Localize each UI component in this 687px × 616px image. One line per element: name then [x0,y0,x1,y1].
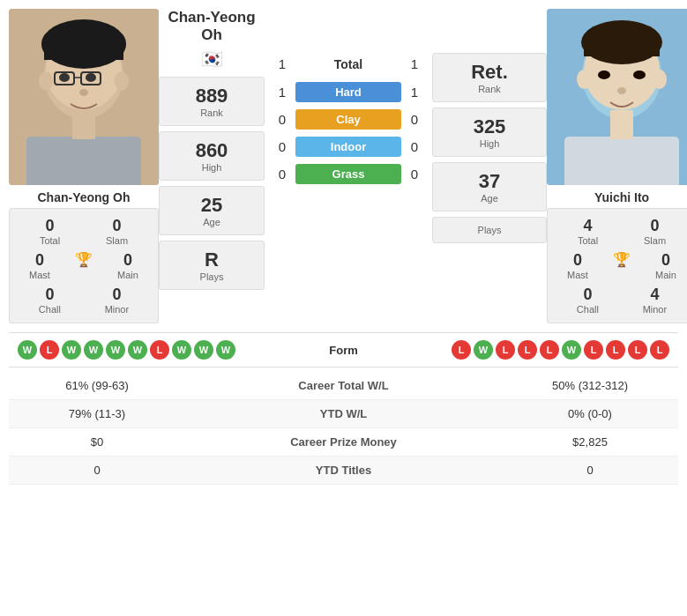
svg-point-8 [59,73,70,82]
stats-label-1: YTD W/L [185,400,502,428]
total-score-left: 1 [269,56,295,71]
svg-rect-25 [564,137,679,185]
form-right-badge-3: L [518,340,537,360]
indoor-label: Indoor [295,137,401,157]
stats-right-1: 0% (0-0) [502,400,678,428]
form-right-badge-2: L [496,340,515,360]
form-left-badge-3: W [84,340,103,360]
right-stat-row-2: 0 Mast 🏆 0 Main [548,249,687,283]
right-stat-row-1: 4 Total 0 Slam [548,214,687,249]
right-plays-label: Plays [433,225,546,235]
left-high-box: 860 High [159,131,265,181]
left-center-area: Chan-YeongOh 🇰🇷 889 Rank 860 High 25 Age… [159,9,269,295]
grass-score-right: 0 [401,167,428,182]
right-minor-label: Minor [643,304,668,315]
form-left: WLWWWWLWWW [18,340,273,360]
left-player-photo [9,9,159,185]
stats-left-1: 79% (11-3) [9,400,185,428]
left-high-label: High [160,162,264,173]
right-main-label: Main [655,270,676,280]
form-left-badge-7: W [172,340,191,360]
right-stat-row-3: 0 Chall 4 Minor [548,283,687,317]
left-flag: 🇰🇷 [201,48,223,70]
clay-label: Clay [295,109,401,130]
stats-row-1: 79% (11-3) YTD W/L 0% (0-0) [9,400,678,428]
right-rank-box: Ret. Rank [432,53,547,102]
total-label: Total [295,57,401,71]
form-section: WLWWWWLWWW Form LWLLLWLLLL [9,332,678,367]
left-total-value: 0 [46,217,55,235]
right-chall-item: 0 Chall [577,286,599,315]
right-minor-value: 4 [650,286,659,304]
right-player-photo [547,9,687,185]
stats-row-2: $0 Career Prize Money $2,825 [9,428,678,456]
right-slam-item: 0 Slam [644,217,666,246]
form-right-badge-5: W [562,340,581,360]
left-total-label: Total [40,235,60,246]
left-mast-item: 0 Mast [29,251,50,280]
right-trophy-icon: 🏆 [613,251,631,280]
left-minor-value: 0 [112,286,121,304]
form-center-label: Form [273,344,414,357]
hard-score-right: 1 [401,85,428,100]
stats-left-2: $0 [9,428,185,456]
comparison-header: Chan-Yeong Oh 0 Total 0 Slam 0 Mast [9,9,678,323]
left-chall-label: Chall [39,304,61,315]
right-player-name: Yuichi Ito [547,190,687,204]
right-main-value: 0 [661,251,670,270]
stats-left-3: 0 [9,456,185,485]
form-left-badge-9: W [216,340,235,360]
left-player-area: Chan-Yeong Oh 0 Total 0 Slam 0 Mast [9,9,159,323]
left-rank-box: 889 Rank [159,77,265,126]
right-mast-item: 0 Mast [567,251,588,280]
stats-row-0: 61% (99-63) Career Total W/L 50% (312-31… [9,372,678,400]
left-main-label: Main [117,270,138,280]
left-age-value: 25 [160,194,264,217]
stats-row-3: 0 YTD Titles 0 [9,456,678,485]
left-player-name-header: Chan-YeongOh [168,9,255,45]
grass-label: Grass [295,164,401,184]
left-chall-value: 0 [45,286,54,304]
svg-point-24 [653,70,667,89]
form-left-badge-1: L [40,340,59,360]
right-player-area: Yuichi Ito 4 Total 0 Slam 0 Mast [547,9,687,323]
hard-score-left: 1 [269,85,295,100]
left-slam-value: 0 [113,217,122,235]
left-chall-item: 0 Chall [39,286,61,315]
grass-score-left: 0 [269,167,295,182]
svg-point-11 [39,71,53,91]
stats-right-2: $2,825 [502,428,678,456]
right-stats-box: 4 Total 0 Slam 0 Mast 🏆 [547,208,687,323]
svg-rect-4 [44,42,123,60]
form-left-badge-6: L [150,340,169,360]
right-high-label: High [433,138,546,149]
total-score-right: 1 [401,56,428,71]
right-total-item: 4 Total [578,217,598,246]
left-total-item: 0 Total [40,217,60,246]
left-rank-value: 889 [160,85,264,108]
form-right-badge-6: L [584,340,603,360]
stats-table: 61% (99-63) Career Total W/L 50% (312-31… [9,372,678,485]
form-right-badge-9: L [650,340,669,360]
clay-score-left: 0 [269,112,295,127]
left-stat-row-3: 0 Chall 0 Minor [10,283,158,317]
svg-point-10 [79,89,88,96]
right-total-label: Total [578,235,598,246]
right-slam-value: 0 [651,217,660,235]
right-age-value: 37 [433,170,546,193]
svg-rect-14 [72,113,95,139]
right-center-area: Ret. Rank 325 High 37 Age Plays [428,9,547,249]
indoor-row: 0 Indoor 0 [269,133,428,160]
indoor-score-right: 0 [401,139,428,154]
hard-row: 1 Hard 1 [269,78,428,106]
svg-point-21 [633,71,646,79]
form-left-badge-5: W [128,340,147,360]
form-right-badge-0: L [452,340,471,360]
left-slam-label: Slam [106,235,128,246]
svg-rect-19 [584,41,660,56]
left-high-value: 860 [160,139,264,162]
form-left-badge-0: W [18,340,37,360]
form-left-badge-8: W [194,340,213,360]
left-plays-box: R Plays [159,241,265,290]
left-minor-label: Minor [105,304,130,315]
